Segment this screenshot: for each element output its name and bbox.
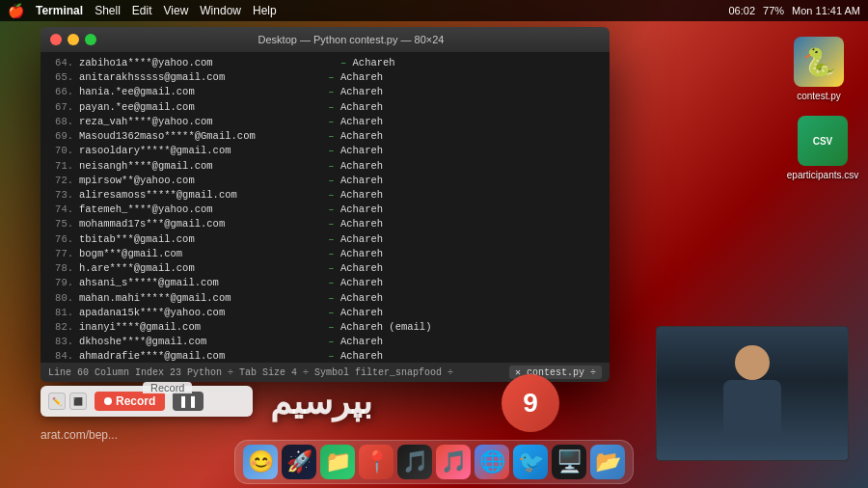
menu-battery: 77%	[763, 5, 784, 16]
terminal-title: Desktop — Python contest.py — 80×24	[102, 34, 600, 45]
dock-icon-itunes[interactable]: 🎵	[436, 445, 471, 479]
table-row: 76.tbitab***@gmail.com – Achareh	[46, 232, 604, 247]
python-icon: 🐍	[794, 37, 844, 87]
table-row: 64.zabiho1a****@yahoo.com – Achareh	[46, 56, 604, 70]
menu-window[interactable]: Window	[200, 4, 241, 17]
dock-icon-terminal[interactable]: 🖥️	[552, 445, 586, 479]
webcam-feed	[657, 327, 848, 460]
menu-help[interactable]: Help	[253, 4, 277, 17]
dock-icon-files[interactable]: 📁	[320, 445, 355, 479]
url-watermark: arat.com/bep...	[41, 428, 118, 442]
dock-icon-finder[interactable]: 😊	[243, 445, 278, 479]
menu-app-name[interactable]: Terminal	[36, 4, 83, 17]
table-row: 73.aliresamoss*****@gmail.com – Achareh	[46, 188, 604, 203]
maximize-button[interactable]	[85, 34, 96, 45]
watermark-text: بپرسیم	[270, 382, 372, 422]
table-row: 70.rasooldary*****@gmail.com – Achareh	[46, 144, 604, 158]
csv-icon-label: eparticipants.csv	[787, 170, 858, 180]
table-row: 75.mohammad17s***@gmail.com – Achareh	[46, 217, 604, 231]
webcam-overlay	[656, 326, 849, 461]
dock-icon-music[interactable]: 🎵	[397, 445, 432, 479]
person-body	[723, 380, 781, 433]
table-row: 68.reza_vah****@yahoo.com – Achareh	[46, 115, 604, 129]
table-row: 71.neisangh****@gmail.com – Achareh	[46, 159, 604, 174]
table-row: 65.anitarakhsssss@gmail.com – Achareh	[46, 70, 604, 85]
menu-time-display: 06:02	[729, 5, 756, 16]
python-icon-label: contest.py	[797, 91, 841, 101]
recording-title: Record	[143, 382, 192, 393]
menu-view[interactable]: View	[164, 4, 189, 17]
stop-button[interactable]: ⬛	[69, 393, 87, 410]
menu-bar-left: 🍎 Terminal Shell Edit View Window Help	[0, 3, 277, 18]
terminal-body[interactable]: 64.zabiho1a****@yahoo.com – Achareh 65.a…	[41, 52, 610, 382]
table-row: 74.fatemeh_****@yahoo.com – Achareh	[46, 203, 604, 217]
table-row: 67.payan.*ee@gmail.com – Achareh	[46, 100, 604, 115]
menu-shell[interactable]: Shell	[95, 4, 121, 17]
pencil-icon[interactable]: ✏️	[48, 393, 66, 410]
table-row: 80.mahan.mahi*****@gmail.com – Achareh	[46, 291, 604, 306]
dock-icon-maps[interactable]: 📍	[359, 445, 393, 479]
dock-icon-twitter[interactable]: 🐦	[513, 445, 548, 479]
close-button[interactable]	[50, 34, 62, 45]
menu-items: Shell Edit View Window Help	[95, 4, 277, 17]
dock-icon-folder[interactable]: 📂	[590, 445, 625, 479]
dock: 😊 🚀 📁 📍 🎵 🎵 🌐 🐦 🖥️ 📂	[234, 440, 634, 484]
csv-icon: CSV	[798, 116, 848, 166]
record-label: Record	[116, 394, 155, 408]
record-indicator	[104, 397, 112, 405]
desktop-icon-python[interactable]: 🐍 contest.py	[785, 37, 853, 101]
person-silhouette	[719, 345, 786, 442]
table-row: 77.bogm***@gmail.com – Achareh	[46, 247, 604, 261]
record-button[interactable]: Record	[95, 392, 165, 411]
terminal-titlebar: Desktop — Python contest.py — 80×24	[41, 27, 610, 52]
table-row: 81.apadana15k****@yahoo.com – Achareh	[46, 306, 604, 320]
terminal-window: Desktop — Python contest.py — 80×24 64.z…	[41, 27, 610, 382]
statusbar-info: Line 60 Column Index 23 Python ÷ Tab Siz…	[48, 367, 453, 378]
menu-edit[interactable]: Edit	[132, 4, 152, 17]
logo-number: 9	[502, 374, 559, 432]
desktop-icon-csv[interactable]: CSV eparticipants.csv	[789, 116, 856, 180]
table-row: 78.h.are****@gmail.com – Achareh	[46, 261, 604, 276]
table-row: 83.dkhoshe****@gmail.com – Achareh	[46, 335, 604, 349]
menu-bar: 🍎 Terminal Shell Edit View Window Help 0…	[0, 0, 868, 21]
table-row: 79.ahsani_s*****@gmail.com – Achareh	[46, 276, 604, 290]
table-row: 66.hania.*ee@gmail.com – Achareh	[46, 85, 604, 99]
person-head	[735, 345, 770, 380]
menu-bar-right: 06:02 77% Mon 11:41 AM	[729, 5, 869, 16]
table-row: 82.inanyi****@gmail.com – Achareh (email…	[46, 320, 604, 335]
table-row: 69.Masoud1362maso*****@Gmail.com – Achar…	[46, 129, 604, 144]
recording-controls: ✏️ ⬛	[48, 393, 87, 410]
menu-time: Mon 11:41 AM	[792, 5, 860, 16]
apple-menu[interactable]: 🍎	[8, 3, 24, 18]
dock-icon-chrome[interactable]: 🌐	[475, 445, 509, 479]
terminal-output: 64.zabiho1a****@yahoo.com – Achareh 65.a…	[41, 52, 610, 382]
pause-button[interactable]: ❚❚	[173, 392, 203, 411]
dock-icon-launchpad[interactable]: 🚀	[282, 445, 316, 479]
table-row: 72.mpirsow**@yahoo.com – Achareh	[46, 174, 604, 188]
minimize-button[interactable]	[68, 34, 79, 45]
